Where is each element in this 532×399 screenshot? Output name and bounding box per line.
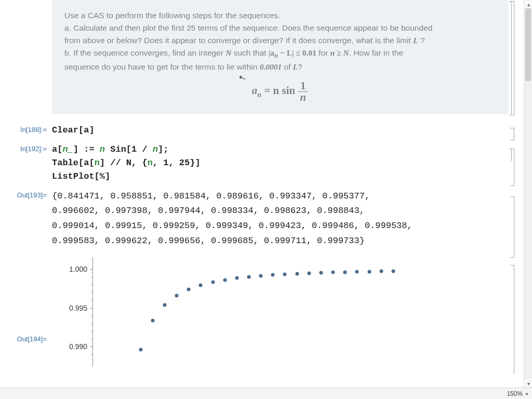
cell-bracket-inner[interactable] [509,149,512,161]
notebook-content-area[interactable]: Use a CAS to perform the following steps… [0,0,524,388]
scroll-up-icon[interactable]: ▴ [524,0,532,8]
scroll-down-icon[interactable]: ▾ [524,379,532,388]
status-bar: 150% ▲ [0,388,532,399]
data-point [307,271,311,275]
y-minor-tick [91,323,92,324]
data-point [235,276,238,280]
output-line: 0.999014, 0.99915, 0.999259, 0.999349, 0… [52,219,503,234]
output-list[interactable]: {0.841471, 0.958851, 0.981584, 0.989616,… [52,189,524,249]
data-point [163,303,166,307]
data-point [295,272,299,275]
data-point [223,278,227,282]
data-point [391,270,395,273]
data-point [355,270,359,274]
scatter-plot: 0.9900.9951.000 [52,257,416,366]
y-minor-tick [91,285,92,285]
y-tick [90,269,92,270]
data-point [151,319,154,323]
data-point [271,273,275,277]
y-tick [90,347,92,347]
input-cell-188[interactable]: In[188]:= Clear[a] [0,124,524,137]
y-axis [92,257,93,366]
zoom-value: 150% [507,390,523,397]
code-body[interactable]: a[n_] := n Sin[1 / n]; Table[a[n] // N, … [52,143,524,184]
notebook-window: Use a CAS to perform the following steps… [0,0,532,399]
data-point [319,271,323,274]
data-point [187,287,191,291]
data-point [175,294,179,297]
y-minor-tick [91,277,92,277]
scroll-track[interactable] [524,8,532,379]
problem-text-cell: Use a CAS to perform the following steps… [52,0,508,114]
sequence-definition: an = n sin 1n [64,81,496,103]
cell-bracket-inner[interactable] [509,1,512,115]
output-line: 0.996602, 0.997398, 0.997944, 0.998334, … [52,204,503,219]
problem-line: sequence do you have to get for the term… [64,61,496,73]
code-body[interactable]: Clear[a] [52,124,524,137]
zoom-control[interactable]: 150% ▲ [507,390,529,397]
y-minor-tick [91,354,92,355]
code-line: a[n_] := n Sin[1 / n]; [52,143,503,156]
y-minor-tick [91,292,92,293]
data-point [247,275,251,278]
cell-bracket[interactable] [510,196,514,258]
data-point [139,348,142,351]
listplot-output[interactable]: 0.9900.9951.000 [52,254,524,366]
cell-label-in: In[188]:= [0,124,52,134]
y-tick-label: 0.990 [58,342,87,351]
y-tick-label: 1.000 [58,265,87,273]
output-cell-194: Out[194]= 0.9900.9951.000 [0,254,524,366]
y-minor-tick [91,300,92,301]
scroll-thumb[interactable] [525,8,531,81]
data-point [199,283,203,287]
cell-bracket[interactable] [510,265,514,374]
code-line: Table[a[n] // N, {n, 1, 25}] [52,156,503,170]
vertical-scrollbar[interactable]: ▴ ▾ [524,0,532,388]
y-tick [90,308,92,309]
output-line: 0.999583, 0.999622, 0.999656, 0.999685, … [52,234,503,249]
problem-line: from above or below? Does it appear to c… [64,34,496,47]
y-tick-label: 0.995 [58,304,87,312]
problem-line: Use a CAS to perform the following steps… [64,9,496,22]
y-minor-tick [91,316,92,316]
code-line: ListPlot[%] [52,170,503,183]
output-line: {0.841471, 0.958851, 0.981584, 0.989616,… [52,189,503,204]
problem-line: b. If the sequence converges, find an in… [64,47,496,61]
cell-label-in: In[192]:= [0,143,52,153]
data-point [331,271,335,274]
input-cell-192[interactable]: In[192]:= a[n_] := n Sin[1 / n]; Table[a… [0,143,524,184]
data-point [259,274,263,277]
problem-line: a. Calculate and then plot the first 25 … [64,22,496,34]
y-minor-tick [91,331,92,331]
y-minor-tick [91,339,92,339]
data-point [283,272,287,276]
data-point [379,270,383,273]
data-point [367,270,371,273]
chevron-up-icon[interactable]: ▲ [525,391,529,396]
cell-label-out: Out[193]= [0,189,52,199]
data-point [211,280,215,284]
data-point [343,270,347,274]
cell-bracket[interactable] [510,128,514,140]
cell-label-out: Out[194]= [0,278,52,343]
output-cell-193: Out[193]= {0.841471, 0.958851, 0.981584,… [0,189,524,249]
